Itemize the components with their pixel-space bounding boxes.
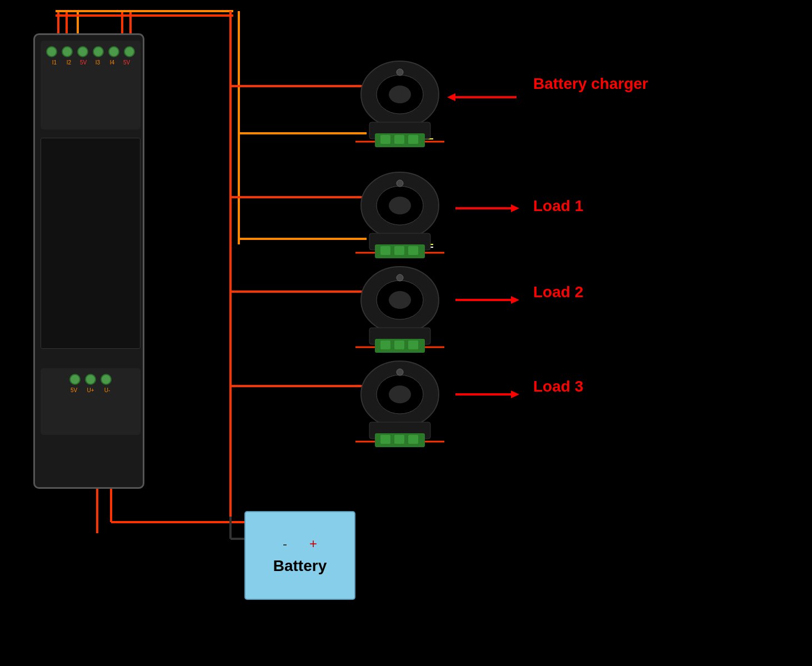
svg-rect-51 <box>394 246 404 255</box>
battery: - + Battery <box>244 511 355 600</box>
load1-label: Load 1 <box>533 197 583 215</box>
terminal-i1 <box>46 46 57 57</box>
svg-rect-74 <box>408 435 418 444</box>
ct-sensor-charger <box>355 56 444 150</box>
svg-point-75 <box>397 369 403 375</box>
svg-marker-22 <box>447 93 455 101</box>
battery-label: Battery <box>273 557 327 575</box>
svg-point-36 <box>389 86 411 103</box>
terminal-i3 <box>93 46 104 57</box>
svg-rect-40 <box>394 135 404 144</box>
load3-label: Load 3 <box>533 378 583 395</box>
terminal-row-top <box>46 46 135 57</box>
ct-sensor-load2 <box>355 261 444 355</box>
label-i2: I2 <box>63 59 74 66</box>
svg-rect-39 <box>380 135 390 144</box>
label-5v-b: 5V <box>68 387 80 393</box>
bottom-connector: 5V U+ U- <box>41 368 141 435</box>
terminal-uplus <box>85 374 96 385</box>
load2-label: Load 2 <box>533 283 583 301</box>
svg-rect-72 <box>380 435 390 444</box>
din-rail-device: I1 I2 5V I3 I4 5V 5V U+ U- <box>33 33 144 489</box>
terminal-labels-top: I1 I2 5V I3 I4 5V <box>49 59 132 66</box>
label-i1: I1 <box>49 59 60 66</box>
terminal-row-bottom <box>69 374 112 385</box>
top-connector: I1 I2 5V I3 I4 5V <box>41 41 141 129</box>
label-i3: I3 <box>92 59 103 66</box>
svg-rect-52 <box>408 246 418 255</box>
terminal-i4 <box>108 46 119 57</box>
terminal-uminus <box>101 374 112 385</box>
label-5v1: 5V <box>78 59 89 66</box>
label-uplus: U+ <box>84 387 97 393</box>
ct-sensor-load3 <box>355 355 444 450</box>
battery-terminals: - + <box>283 536 317 552</box>
svg-marker-16 <box>511 204 519 212</box>
terminal-5v-b <box>69 374 81 385</box>
svg-point-53 <box>397 180 403 187</box>
svg-marker-20 <box>511 390 519 398</box>
svg-rect-61 <box>380 340 390 349</box>
svg-rect-50 <box>380 246 390 255</box>
svg-point-47 <box>389 197 411 214</box>
svg-point-58 <box>389 291 411 309</box>
svg-point-64 <box>397 274 403 281</box>
svg-rect-73 <box>394 435 404 444</box>
label-5v2: 5V <box>121 59 132 66</box>
diagram: I1 I2 5V I3 I4 5V 5V U+ U- <box>0 0 812 666</box>
svg-rect-41 <box>408 135 418 144</box>
label-uminus: U- <box>101 387 113 393</box>
label-i4: I4 <box>107 59 118 66</box>
svg-rect-63 <box>408 340 418 349</box>
terminal-i2 <box>62 46 73 57</box>
terminal-labels-bottom: 5V U+ U- <box>68 387 113 393</box>
battery-plus-sign: + <box>309 536 317 552</box>
svg-point-69 <box>389 385 411 403</box>
device-display <box>41 138 141 349</box>
svg-point-42 <box>397 69 403 76</box>
ct-sensor-load1 <box>355 167 444 261</box>
terminal-5v2 <box>124 46 135 57</box>
svg-rect-62 <box>394 340 404 349</box>
terminal-5v1 <box>77 46 88 57</box>
battery-charger-label: Battery charger <box>533 75 648 93</box>
battery-minus-sign: - <box>283 536 287 552</box>
svg-marker-18 <box>511 296 519 304</box>
